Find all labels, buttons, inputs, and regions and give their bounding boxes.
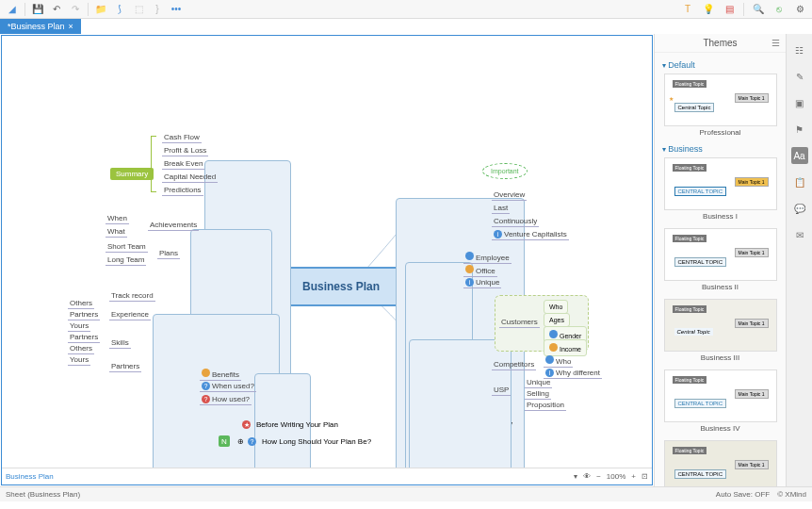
autosave-status[interactable]: Auto Save: OFF (716, 490, 770, 499)
sub-capital[interactable]: Capital Needed (162, 172, 218, 183)
sheet-label[interactable]: Sheet (Business Plan) (6, 490, 80, 499)
more-icon[interactable]: ••• (170, 3, 183, 16)
settings-icon[interactable]: ⚙ (793, 3, 806, 16)
sub-comp-who[interactable]: Who (544, 354, 573, 368)
filter-icon[interactable]: ▾ (574, 472, 577, 481)
clipboard-icon[interactable]: 📋 (791, 173, 808, 190)
outline-icon[interactable]: ☷ (791, 41, 808, 58)
sub-who[interactable]: Who (544, 300, 568, 314)
panel-menu-icon[interactable]: ☰ (771, 38, 780, 48)
sub-overview[interactable]: Overview (492, 189, 527, 201)
breadcrumb[interactable]: Business Plan (6, 472, 54, 481)
sub-benefits[interactable]: Benefits (200, 368, 241, 381)
theme-business-2[interactable]: Floating Topic CENTRAL TOPIC Main Topic … (660, 228, 780, 291)
sub-shortteam[interactable]: Short Team (106, 241, 148, 253)
sub-plans[interactable]: Plans (157, 248, 180, 259)
sub-sk-others[interactable]: Others (68, 343, 94, 354)
theme-section-business[interactable]: Business (662, 144, 782, 154)
summary-tag[interactable]: Summary (110, 168, 154, 180)
theme-professional[interactable]: ★ Floating Topic Central Topic Main Topi… (660, 74, 780, 137)
status-bar: Sheet (Business Plan) Auto Save: OFF © X… (0, 486, 812, 501)
theme-business-1[interactable]: Floating Topic CENTRAL TOPIC Main Topic … (660, 157, 780, 221)
image-icon[interactable]: ▣ (791, 94, 808, 111)
sub-howused[interactable]: ?How used? (200, 394, 252, 405)
idea-icon[interactable]: 💡 (702, 3, 715, 16)
mail-icon[interactable]: ✉ (791, 226, 808, 243)
redo-icon[interactable]: ↷ (69, 3, 82, 16)
share-icon[interactable]: ⎋ (772, 3, 786, 16)
sub-competitors[interactable]: Competitors (492, 359, 536, 370)
mindmap-canvas[interactable]: Business Plan Financial Summary Cash Flo… (2, 36, 652, 484)
theme-business-4[interactable]: Floating Topic CENTRAL TOPIC Main Topic … (660, 369, 780, 433)
tab-title: *Business Plan (8, 22, 65, 31)
boundary-icon[interactable]: ⬚ (132, 3, 145, 16)
sub-usp-selling[interactable]: Selling (525, 388, 551, 400)
right-sidebar: ☷ ✎ ▣ ⚑ Aa 📋 💬 ✉ (786, 34, 812, 486)
sub-longteam[interactable]: Long Team (106, 254, 146, 266)
close-icon[interactable]: × (69, 22, 73, 31)
sub-sk-partners[interactable]: Partners (68, 332, 100, 343)
theme-section-default[interactable]: Default (662, 60, 782, 70)
sub-when[interactable]: When (106, 213, 129, 224)
sub-last[interactable]: Last (492, 203, 510, 214)
sub-unique[interactable]: iUnique (463, 277, 501, 288)
flag-icon[interactable]: ⚑ (791, 121, 808, 138)
zoom-level[interactable]: 100% (607, 472, 625, 481)
summary-icon[interactable]: } (151, 3, 164, 16)
sub-sk-yours[interactable]: Yours (68, 354, 90, 366)
relationship-icon[interactable]: ⟆ (113, 3, 126, 16)
zoom-in-icon[interactable]: + (631, 472, 636, 481)
brush-icon[interactable]: ✎ (791, 68, 808, 85)
sub-exp-partners[interactable]: Partners (68, 309, 100, 320)
theme-business-5[interactable]: Floating Topic CENTRAL TOPIC Main Topic … (660, 440, 780, 486)
sub-skills[interactable]: Skills (109, 337, 131, 349)
callout-important[interactable]: Important (482, 163, 528, 179)
sub-achievements[interactable]: Achievements (148, 220, 199, 231)
theme-business-3[interactable]: Floating Topic Central Topic Main Topic … (660, 299, 780, 362)
main-toolbar: ◢ 💾 ↶ ↷ 📁 ⟆ ⬚ } ••• T 💡 ▤ 🔍 ⎋ ⚙ (0, 0, 812, 19)
eye-icon[interactable]: 👁 (583, 472, 591, 481)
sub-usp-unique[interactable]: Unique (525, 377, 552, 388)
document-tab[interactable]: *Business Plan × (0, 19, 81, 34)
sub-customers[interactable]: Customers (499, 317, 540, 328)
detached-topic-1[interactable]: ★ Before Writing Your Plan (242, 420, 338, 429)
sub-breakeven[interactable]: Break Even (162, 158, 204, 170)
sub-cashflow[interactable]: Cash Flow (162, 132, 202, 143)
summary-bracket (151, 136, 156, 192)
central-topic[interactable]: Business Plan (280, 267, 402, 306)
detached-topic-2[interactable]: N ⊕ ? How Long Should Your Plan Be? (219, 435, 371, 447)
sub-whenused[interactable]: ?When used? (200, 381, 256, 392)
format-icon[interactable]: T (681, 3, 694, 16)
sub-exp-yours[interactable]: Yours (68, 320, 90, 332)
sub-office[interactable]: Office (463, 264, 497, 277)
theme-thumb: Floating Topic CENTRAL TOPIC Main Topic … (664, 157, 777, 210)
sub-usp-prop[interactable]: Proposition (525, 400, 566, 411)
sub-what[interactable]: What (106, 226, 127, 238)
comment-icon[interactable]: 💬 (791, 200, 808, 217)
sub-vc[interactable]: iVenture Capitalists (492, 229, 569, 240)
zoom-out-icon[interactable]: − (596, 472, 601, 481)
undo-icon[interactable]: ↶ (50, 3, 63, 16)
sub-continuously[interactable]: Continuously (492, 216, 539, 227)
sub-track[interactable]: Track record (109, 290, 155, 302)
theme-icon[interactable]: Aa (791, 147, 808, 164)
folder-icon[interactable]: 📁 (94, 3, 107, 16)
canvas-wrapper: Business Plan Financial Summary Cash Flo… (1, 35, 653, 485)
themes-body[interactable]: Default ★ Floating Topic Central Topic M… (655, 53, 786, 486)
star-icon: ★ (242, 420, 251, 429)
sub-experience[interactable]: Experience (109, 309, 151, 320)
sub-partners-main[interactable]: Partners (109, 361, 141, 372)
theme-thumb: Floating Topic CENTRAL TOPIC Main Topic … (664, 440, 777, 486)
theme-thumb: Floating Topic CENTRAL TOPIC Main Topic … (664, 228, 777, 281)
style-icon[interactable]: ▤ (723, 3, 736, 16)
sub-ages[interactable]: Ages (544, 313, 570, 327)
sub-employee[interactable]: Employee (463, 251, 512, 264)
sub-exp-others[interactable]: Others (68, 298, 94, 309)
app-logo-icon[interactable]: ◢ (6, 3, 19, 16)
save-icon[interactable]: 💾 (31, 3, 44, 16)
sub-predictions[interactable]: Predictions (162, 185, 203, 196)
sub-usp[interactable]: USP (492, 385, 511, 396)
fit-icon[interactable]: ⊡ (641, 472, 648, 481)
sub-pl[interactable]: Profit & Loss (162, 145, 208, 156)
search-icon[interactable]: 🔍 (752, 3, 765, 16)
